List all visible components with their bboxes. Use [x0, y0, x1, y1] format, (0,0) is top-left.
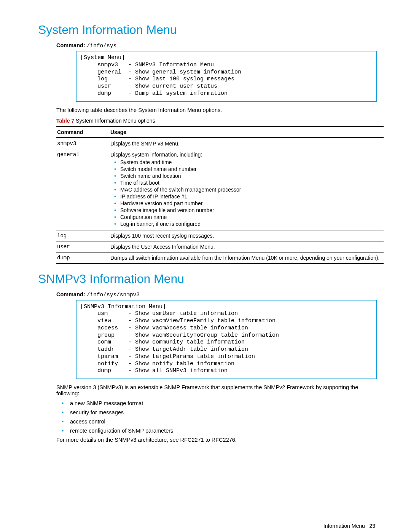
list-item: access control [70, 419, 377, 425]
table-row: general Displays system information, inc… [56, 149, 384, 230]
list-item: System date and time [120, 159, 381, 165]
table-row: log Displays 100 most recent syslog mess… [56, 230, 384, 241]
general-usage-intro: Displays system information, including: [110, 152, 202, 158]
list-item: remote configuration of SNMP parameters [70, 428, 377, 434]
th-command: Command [56, 126, 110, 137]
list-item: Log-in banner, if one is configured [120, 221, 381, 227]
usage-snmpv3: Displays the SNMP v3 Menu. [110, 137, 384, 149]
command-value: /info/sys [87, 43, 116, 49]
list-item: security for messages [70, 409, 377, 415]
cmd-dump: dump [56, 252, 110, 264]
usage-log: Displays 100 most recent syslog messages… [110, 230, 384, 241]
list-item: a new SNMP message format [70, 400, 377, 406]
footer-text: Information Menu [323, 523, 365, 529]
cmd-snmpv3: snmpv3 [56, 137, 110, 149]
list-item: Switch model name and number [120, 166, 381, 172]
intro-paragraph: The following table describes the System… [56, 107, 377, 113]
section-heading-snmpv3: SNMPv3 Information Menu [38, 272, 377, 286]
list-item: Hardware version and part number [120, 200, 381, 206]
outro-paragraph: For more details on the SNMPv3 architect… [56, 437, 377, 443]
table-row: snmpv3 Displays the SNMP v3 Menu. [56, 137, 384, 149]
intro-paragraph: SNMP version 3 (SNMPv3) is an extensible… [56, 384, 377, 396]
list-item: Configuration name [120, 214, 381, 220]
section-heading-system-info: System Information Menu [38, 23, 377, 37]
page-footer: Information Menu 23 [38, 523, 377, 529]
options-table: Command Usage snmpv3 Displays the SNMP v… [56, 126, 384, 264]
page-number: 23 [369, 523, 375, 529]
snmpv3-menu-codebox: [SNMPv3 Information Menu] usm - Show usm… [76, 300, 377, 379]
table-row: dump Dumps all switch information availa… [56, 252, 384, 264]
usage-dump: Dumps all switch information available f… [110, 252, 384, 264]
list-item: Time of last boot [120, 180, 381, 186]
usage-user: Displays the User Access Information Men… [110, 241, 384, 252]
list-item: Switch name and location [120, 173, 381, 179]
th-usage: Usage [110, 126, 384, 137]
list-item: IP address of IP interface #1 [120, 193, 381, 200]
usage-general: Displays system information, including: … [110, 149, 384, 230]
table-number: Table 7 [56, 118, 74, 124]
document-page: System Information Menu Command: /info/s… [0, 0, 411, 532]
cmd-user: user [56, 241, 110, 252]
cmd-general: general [56, 149, 110, 230]
general-usage-list: System date and time Switch model name a… [110, 159, 381, 227]
command-label: Command: [56, 42, 85, 48]
table-row: user Displays the User Access Informatio… [56, 241, 384, 252]
table-title: System Information Menu options [74, 118, 155, 124]
list-item: Software image file and version number [120, 207, 381, 213]
system-menu-codebox: [System Menu] snmpv3 - SNMPv3 Informatio… [76, 51, 377, 102]
feature-list: a new SNMP message format security for m… [62, 400, 377, 434]
command-value: /info/sys/snmpv3 [87, 292, 140, 298]
table-caption: Table 7 System Information Menu options [56, 118, 377, 124]
command-label: Command: [56, 291, 85, 297]
list-item: MAC address of the switch management pro… [120, 187, 381, 193]
command-line: Command: /info/sys [56, 42, 377, 49]
command-line: Command: /info/sys/snmpv3 [56, 291, 377, 298]
cmd-log: log [56, 230, 110, 241]
